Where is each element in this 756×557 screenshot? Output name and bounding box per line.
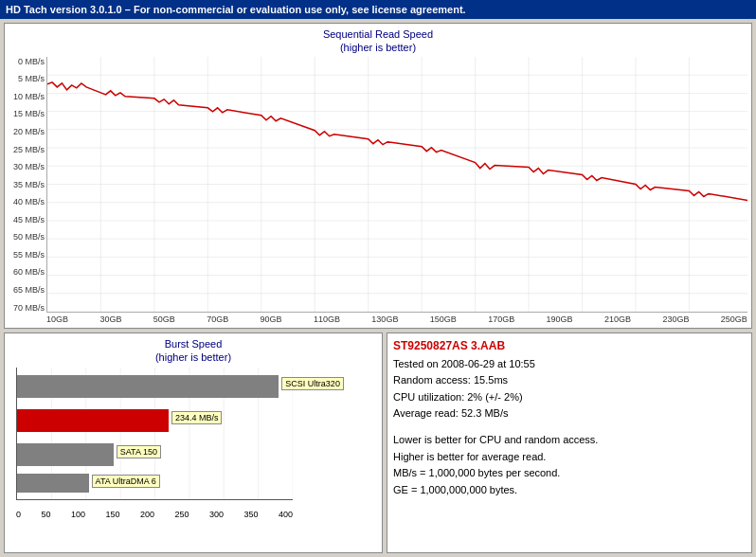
- burst-label-ata: ATA UltraDMA 6: [92, 475, 160, 488]
- burst-bar-drive: [17, 409, 169, 432]
- burst-chart-title: Burst Speed (higher is better): [9, 337, 378, 365]
- info-line-0: Tested on 2008-06-29 at 10:55: [393, 356, 746, 373]
- info-line-3: Average read: 52.3 MB/s: [393, 405, 746, 422]
- sequential-read-chart: Sequential Read Speed (higher is better)…: [4, 23, 752, 329]
- burst-x-axis: 0 50 100 150 200 250 300 350 400: [16, 510, 293, 519]
- seq-x-axis: 10GB 30GB 50GB 70GB 90GB 110GB 130GB 150…: [9, 314, 747, 324]
- seq-chart-plot: [46, 57, 747, 313]
- info-panel: ST9250827AS 3.AAB Tested on 2008-06-29 a…: [387, 332, 752, 553]
- burst-label-scsi: SCSI Ultra320: [281, 377, 344, 390]
- title-text: HD Tach version 3.0.1.0 – For non-commer…: [6, 4, 466, 15]
- title-bar: HD Tach version 3.0.1.0 – For non-commer…: [0, 0, 756, 19]
- info-note: Lower is better for CPU and random acces…: [393, 432, 746, 498]
- seq-chart-title: Sequential Read Speed (higher is better): [9, 27, 747, 55]
- info-line-2: CPU utilization: 2% (+/- 2%): [393, 389, 746, 406]
- info-line-1: Random access: 15.5ms: [393, 372, 746, 389]
- burst-speed-chart: Burst Speed (higher is better): [4, 332, 383, 553]
- burst-bar-ata: [17, 474, 89, 493]
- seq-chart-svg: [47, 57, 747, 312]
- info-note-1: Higher is better for average read.: [393, 449, 746, 466]
- info-note-3: GE = 1,000,000,000 bytes.: [393, 482, 746, 499]
- burst-label-drive: 234.4 MB/s: [171, 411, 223, 424]
- info-note-0: Lower is better for CPU and random acces…: [393, 432, 746, 449]
- burst-label-sata: SATA 150: [117, 445, 161, 458]
- drive-title: ST9250827AS 3.AAB: [393, 339, 746, 352]
- seq-y-axis: 70 MB/s 65 MB/s 60 MB/s 55 MB/s 50 MB/s …: [9, 57, 46, 313]
- info-note-2: MB/s = 1,000,000 bytes per second.: [393, 465, 746, 482]
- burst-bar-scsi: [17, 375, 279, 398]
- burst-bar-sata: [17, 443, 114, 466]
